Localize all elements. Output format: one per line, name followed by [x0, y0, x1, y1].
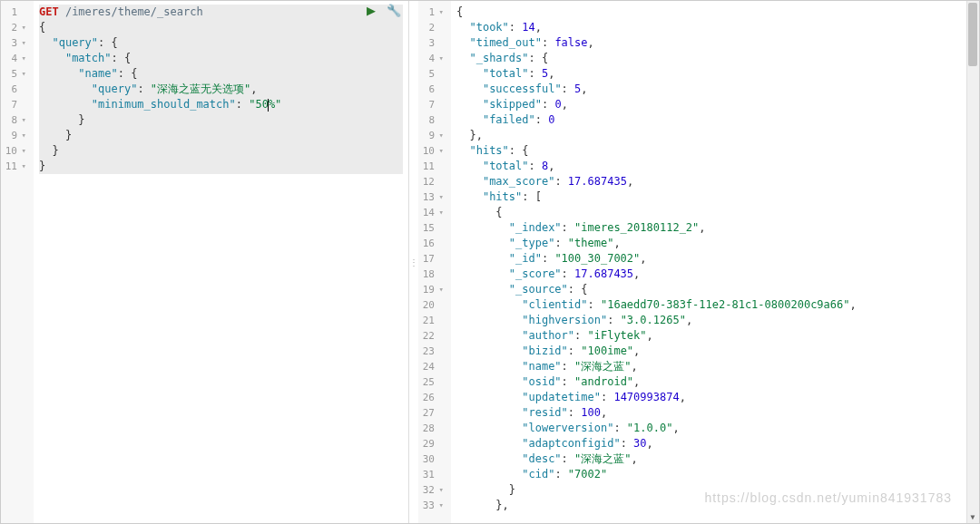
line-number: 4▾: [422, 51, 444, 66]
code-line[interactable]: }: [39, 159, 403, 174]
code-line[interactable]: "query": "深海之蓝无关选项",: [39, 82, 403, 97]
line-number: 11: [422, 159, 444, 174]
code-line[interactable]: "_source": {: [456, 282, 974, 297]
code-line[interactable]: "total": 5,: [456, 66, 974, 82]
line-number: 8▾: [5, 112, 26, 128]
line-number: 33▾: [422, 498, 444, 513]
scroll-down-icon[interactable]: ▼: [966, 510, 979, 523]
line-number: 12: [422, 174, 444, 189]
code-line[interactable]: "total": 8,: [456, 159, 974, 174]
code-line[interactable]: "_shards": {: [456, 51, 974, 66]
response-code[interactable]: { "took": 14, "timed_out": false, "_shar…: [451, 1, 979, 523]
fold-icon[interactable]: ▾: [19, 159, 26, 174]
line-number: 2▾: [5, 20, 26, 35]
code-line[interactable]: "timed_out": false,: [456, 35, 974, 51]
code-line[interactable]: "highversion": "3.0.1265",: [456, 313, 974, 328]
code-line[interactable]: GET /imeres/theme/_search: [39, 5, 403, 20]
code-line[interactable]: "bizid": "100ime",: [456, 344, 974, 359]
code-line[interactable]: "desc": "深海之蓝",: [456, 451, 974, 467]
fold-icon[interactable]: ▾: [436, 189, 444, 205]
fold-icon[interactable]: ▾: [436, 128, 444, 143]
code-line[interactable]: "name": {: [39, 66, 403, 82]
code-line[interactable]: "updatetime": 1470993874,: [456, 390, 974, 405]
fold-icon[interactable]: ▾: [436, 51, 444, 66]
code-line[interactable]: "author": "iFlytek",: [456, 328, 974, 344]
code-line[interactable]: "hits": [: [456, 189, 974, 205]
code-line[interactable]: "skipped": 0,: [456, 97, 974, 112]
code-line[interactable]: "name": "深海之蓝",: [456, 359, 974, 374]
line-number: 3▾: [5, 35, 26, 51]
code-line[interactable]: }: [39, 143, 403, 159]
response-gutter: 1▾234▾56789▾10▾111213▾14▾1516171819▾2021…: [418, 1, 451, 523]
line-number: 24: [422, 359, 444, 374]
line-number: 32▾: [422, 482, 444, 498]
code-line[interactable]: {: [39, 20, 403, 35]
fold-icon[interactable]: ▾: [436, 282, 444, 297]
code-line[interactable]: }: [39, 112, 403, 128]
code-line[interactable]: "successful": 5,: [456, 82, 974, 97]
code-line[interactable]: }: [39, 128, 403, 143]
response-pane: 1▾234▾56789▾10▾111213▾14▾1516171819▾2021…: [418, 1, 979, 523]
line-number: 14▾: [422, 205, 444, 220]
line-number: 6: [5, 82, 26, 97]
fold-icon[interactable]: ▾: [19, 20, 26, 35]
code-line[interactable]: "lowerversion": "1.0.0",: [456, 421, 974, 436]
line-number: 26: [422, 390, 444, 405]
request-editor[interactable]: 12▾3▾4▾5▾678▾9▾10▾11▾ GET /imeres/theme/…: [1, 1, 408, 523]
line-number: 7: [5, 97, 26, 112]
line-number: 29: [422, 436, 444, 451]
code-line[interactable]: },: [456, 128, 974, 143]
options-button[interactable]: 🔧: [387, 4, 401, 17]
line-number: 1: [5, 5, 26, 20]
code-line[interactable]: "cid": "7002": [456, 467, 974, 482]
fold-icon[interactable]: ▾: [436, 5, 444, 20]
run-button[interactable]: ▶: [367, 4, 376, 17]
code-line[interactable]: {: [456, 205, 974, 220]
pane-splitter[interactable]: ⋮: [409, 1, 418, 523]
code-line[interactable]: "max_score": 17.687435,: [456, 174, 974, 189]
code-line[interactable]: "minimum_should_match": "50%": [39, 97, 403, 112]
code-line[interactable]: "failed": 0: [456, 112, 974, 128]
fold-icon[interactable]: ▾: [436, 143, 444, 159]
code-line[interactable]: "adaptconfigid": 30,: [456, 436, 974, 451]
line-number: 23: [422, 344, 444, 359]
fold-icon[interactable]: ▾: [436, 498, 444, 513]
line-number: 3: [422, 35, 444, 51]
dev-console-root: ▶ 🔧 12▾3▾4▾5▾678▾9▾10▾11▾ GET /imeres/th…: [0, 0, 980, 524]
line-number: 5: [422, 66, 444, 82]
response-scrollbar[interactable]: ▲ ▼: [966, 1, 979, 523]
code-line[interactable]: "_score": 17.687435,: [456, 267, 974, 282]
request-code[interactable]: GET /imeres/theme/_search{ "query": { "m…: [34, 1, 408, 523]
response-editor[interactable]: 1▾234▾56789▾10▾111213▾14▾1516171819▾2021…: [418, 1, 979, 523]
fold-icon[interactable]: ▾: [436, 482, 444, 498]
code-line[interactable]: }: [456, 482, 974, 498]
fold-icon[interactable]: ▾: [19, 66, 26, 82]
code-line[interactable]: "query": {: [39, 35, 403, 51]
line-number: 16: [422, 236, 444, 251]
code-line[interactable]: },: [456, 498, 974, 513]
code-line[interactable]: "resid": 100,: [456, 405, 974, 421]
fold-icon[interactable]: ▾: [19, 143, 26, 159]
line-number: 20: [422, 297, 444, 313]
code-line[interactable]: "osid": "android",: [456, 374, 974, 390]
code-line[interactable]: "_index": "imeres_20180112_2",: [456, 220, 974, 236]
code-line[interactable]: "hits": {: [456, 143, 974, 159]
line-number: 1▾: [422, 5, 444, 20]
code-line[interactable]: "clientid": "16aedd70-383f-11e2-81c1-080…: [456, 297, 974, 313]
code-line[interactable]: {: [456, 5, 974, 20]
fold-icon[interactable]: ▾: [436, 205, 444, 220]
code-line[interactable]: "_type": "theme",: [456, 236, 974, 251]
request-pane: ▶ 🔧 12▾3▾4▾5▾678▾9▾10▾11▾ GET /imeres/th…: [1, 1, 409, 523]
code-line[interactable]: "_id": "100_30_7002",: [456, 251, 974, 267]
fold-icon[interactable]: ▾: [19, 35, 26, 51]
line-number: 10▾: [422, 143, 444, 159]
code-line[interactable]: "match": {: [39, 51, 403, 66]
fold-icon[interactable]: ▾: [19, 112, 26, 128]
line-number: 18: [422, 267, 444, 282]
code-line[interactable]: "took": 14,: [456, 20, 974, 35]
fold-icon[interactable]: ▾: [19, 51, 26, 66]
scroll-thumb[interactable]: [968, 3, 977, 66]
request-gutter: 12▾3▾4▾5▾678▾9▾10▾11▾: [1, 1, 34, 523]
line-number: 28: [422, 421, 444, 436]
fold-icon[interactable]: ▾: [19, 128, 26, 143]
